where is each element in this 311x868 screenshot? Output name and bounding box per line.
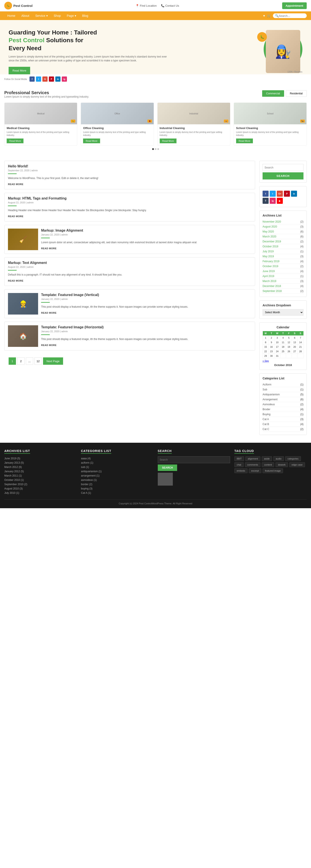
service-image-office: Office 🐞 — [81, 103, 153, 124]
pagination: 1 2 ... 12 Next Page — [4, 354, 255, 368]
nav-shop[interactable]: Shop — [51, 11, 64, 20]
footer-search-button[interactable]: SEARCH — [158, 464, 177, 471]
sidebar-google-plus-icon[interactable]: G+ — [277, 191, 283, 197]
tag-dowork[interactable]: dowork — [275, 462, 288, 467]
footer-search-input[interactable] — [158, 456, 230, 463]
nav-service[interactable]: Service ▾ — [32, 11, 51, 20]
nav-search-input[interactable] — [279, 14, 305, 18]
service-title-industrial: Industrial Cleaning — [160, 126, 228, 130]
nav-blog[interactable]: Blog — [79, 11, 91, 20]
sidebar-linkedin-icon[interactable]: in — [291, 191, 297, 197]
footer-archives-col: ARCHIVES LIST June 2019 (5) January 2013… — [4, 449, 77, 495]
nav-about[interactable]: About — [18, 11, 32, 20]
read-more-0[interactable]: READ MORE — [8, 183, 24, 185]
hero-read-more-button[interactable]: Read More — [9, 67, 30, 74]
footer-tags-col: TAG CLOUD 8BIT alignment aside audio cat… — [234, 449, 307, 495]
service-btn-school[interactable]: Read More — [236, 138, 253, 143]
post-card-4: 👷 Template: Featured Image (Vertical) Ja… — [4, 289, 255, 318]
calendar-title: Calendar — [263, 326, 304, 329]
service-card-school: School 🐜 School Cleaning Lorem Ipsum is … — [234, 102, 307, 146]
dot-3[interactable] — [157, 148, 159, 150]
tag-categories[interactable]: categories — [285, 456, 301, 461]
reviews-badge: 120K+ Reviews — [287, 71, 302, 73]
contact-us[interactable]: 📞 Contact Us — [161, 4, 179, 7]
footer-categories-title: CATEGORIES LIST — [81, 449, 153, 454]
tab-commercial[interactable]: Commercial — [262, 90, 284, 97]
tag-8bit[interactable]: 8BIT — [234, 456, 244, 461]
sidebar-twitter-icon[interactable]: t — [270, 191, 276, 197]
instagram-icon[interactable]: ig — [62, 76, 67, 82]
footer-archive-item: January 2012 (5) — [4, 469, 77, 473]
read-more-2[interactable]: READ MORE — [41, 247, 57, 250]
post-title-5: Template: Featured Image (Horizontal) — [41, 325, 188, 329]
tag-featured-image[interactable]: featured image — [263, 468, 283, 473]
nav-home[interactable]: Home — [4, 11, 18, 20]
post-divider-5 — [41, 334, 50, 335]
tag-audio[interactable]: audio — [273, 456, 284, 461]
tag-aside[interactable]: aside — [262, 456, 272, 461]
dot-1[interactable] — [152, 148, 154, 150]
archive-item: March 2019(3) — [263, 279, 304, 284]
service-btn-industrial[interactable]: Read More — [160, 138, 176, 143]
sidebar-search-button[interactable]: SEARCH — [263, 172, 304, 180]
linkedin-icon[interactable]: in — [55, 76, 61, 82]
calendar-month-label: October 2018 — [263, 364, 304, 367]
nav-page[interactable]: Page ▾ — [64, 11, 79, 20]
tab-residential[interactable]: Residential — [286, 90, 307, 97]
page-btn-1[interactable]: 1 — [9, 358, 16, 365]
nav-search-bar: 🔍 — [273, 13, 307, 18]
post-divider-0 — [8, 174, 16, 174]
read-more-5[interactable]: READ MORE — [41, 344, 57, 346]
sidebar-search-input[interactable] — [263, 164, 304, 171]
tag-edge-case[interactable]: edge case — [289, 462, 305, 467]
post-meta-2: January 22, 2020 | admin — [41, 233, 197, 236]
sidebar-facebook-icon[interactable]: f — [263, 191, 269, 197]
cart-icon[interactable]: 🛒 — [267, 14, 271, 18]
read-more-3[interactable]: READ MORE — [8, 279, 24, 282]
page-btn-12[interactable]: 12 — [34, 358, 42, 365]
pinterest-icon[interactable]: P — [49, 76, 54, 82]
sidebar-pinterest-icon[interactable]: P — [284, 191, 290, 197]
calendar-nav: « Sep — [263, 360, 304, 362]
post-excerpt-0: Welcome to WordPress. This is your first… — [8, 176, 251, 180]
category-item: Aciform(1) — [263, 382, 304, 387]
footer-category-item: aaaa (4) — [81, 456, 153, 461]
top-links: 📍 Find Location 📞 Contact Us — [136, 4, 179, 7]
appointment-button[interactable]: Appointment — [282, 2, 307, 9]
heart-icon[interactable]: ♥ — [263, 14, 265, 18]
calendar-prev[interactable]: « Sep — [263, 360, 269, 362]
tag-excerpt[interactable]: excerpt — [249, 468, 261, 473]
archives-dropdown-select[interactable]: Select Month — [263, 309, 304, 316]
calendar-table: M T W T F S S 1234567 891011121314 — [263, 331, 304, 358]
category-item: Cat C(2) — [263, 427, 304, 432]
tag-alignment[interactable]: alignment — [245, 456, 261, 461]
tag-chat[interactable]: chat — [234, 462, 244, 467]
tag-embeds[interactable]: embeds — [234, 468, 247, 473]
read-more-1[interactable]: READ MORE — [8, 215, 24, 218]
cal-header-t: T — [269, 331, 274, 336]
sidebar-tumblr-icon[interactable]: T — [263, 198, 269, 204]
category-item: Arrangement(6) — [263, 397, 304, 402]
google-plus-icon[interactable]: G — [42, 76, 47, 82]
copyright-text: Copyright (c) 2024 Pest ControlWordPress… — [119, 502, 193, 505]
service-btn-office[interactable]: Read More — [83, 138, 100, 143]
sidebar-youtube-icon[interactable]: ▶ — [277, 198, 283, 204]
page-btn-2[interactable]: 2 — [17, 358, 25, 365]
category-item: Cat A(3) — [263, 417, 304, 422]
cal-header-f: F — [286, 331, 292, 336]
read-more-4[interactable]: READ MORE — [41, 312, 57, 314]
find-location[interactable]: 📍 Find Location — [136, 4, 157, 7]
tag-content[interactable]: content — [262, 462, 274, 467]
next-page-button[interactable]: Next Page — [43, 358, 63, 365]
footer-image — [158, 473, 173, 486]
dot-2[interactable] — [155, 148, 157, 150]
post-meta-5: January 22, 2020 | admin — [41, 330, 188, 333]
footer-archive-item: January 2013 (5) — [4, 461, 77, 465]
service-btn-medical[interactable]: Read More — [7, 138, 24, 143]
logo-icon: 🐛 — [4, 2, 12, 9]
page-btn-ellipsis[interactable]: ... — [26, 358, 33, 365]
facebook-icon[interactable]: f — [30, 76, 35, 82]
sidebar-instagram-icon[interactable]: ig — [270, 198, 276, 204]
tag-comments[interactable]: comments — [245, 462, 261, 467]
twitter-icon[interactable]: t — [36, 76, 41, 82]
